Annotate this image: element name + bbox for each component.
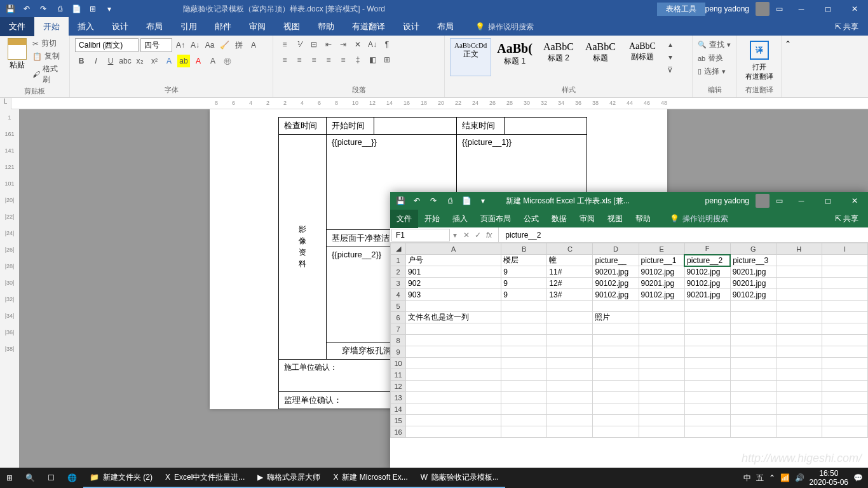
cell-I12[interactable] [822,381,867,392]
excel-avatar[interactable] [756,194,770,208]
cell-E3[interactable]: 90201.jpg [639,278,684,289]
ime-indicator2[interactable]: 五 [756,473,764,484]
network-icon[interactable]: 📶 [780,473,790,482]
cell-I16[interactable] [822,426,867,438]
cell-C10[interactable] [547,358,593,369]
cell-C16[interactable] [547,426,593,438]
cell[interactable] [505,118,587,135]
cell-F9[interactable] [684,346,730,358]
cell-C8[interactable] [547,335,593,346]
superscript-icon[interactable]: x² [148,55,161,67]
excel-tab-home[interactable]: 开始 [418,210,446,228]
col-header-F[interactable]: F [684,243,730,255]
row-header-14[interactable]: 14 [391,403,406,415]
underline-icon[interactable]: U [104,55,117,67]
cell-B12[interactable] [501,381,547,392]
cell-G13[interactable] [730,392,776,403]
taskbar-item-5[interactable]: XExcel中文件批量进... [159,468,251,488]
tab-table-design[interactable]: 设计 [394,17,428,36]
strike-icon[interactable]: abc [119,55,132,67]
row-header-5[interactable]: 5 [391,301,406,312]
cell-F10[interactable] [684,358,730,369]
find-button[interactable]: 🔍 查找 ▾ [698,38,731,51]
cell-B15[interactable] [501,415,547,426]
cell-H12[interactable] [776,381,822,392]
char-shading-icon[interactable]: A [207,55,219,67]
excel-tab-view[interactable]: 视图 [601,210,629,228]
cell-D12[interactable] [593,381,639,392]
cell-D6[interactable]: 照片 [593,312,639,323]
cell-C6[interactable] [547,312,593,323]
cell-H10[interactable] [776,358,822,369]
cell-B2[interactable]: 9 [501,266,547,278]
italic-icon[interactable]: I [90,55,102,67]
cell-D3[interactable]: 90102.jpg [593,278,639,289]
tab-help[interactable]: 帮助 [309,17,343,36]
cell-I11[interactable] [822,369,867,381]
row-header-16[interactable]: 16 [391,426,406,438]
excel-tab-formula[interactable]: 公式 [517,210,545,228]
row-header-6[interactable]: 6 [391,312,406,323]
cell-D16[interactable] [593,426,639,438]
cut-button[interactable]: ✂ 剪切 [32,38,64,49]
cell-A14[interactable] [406,403,501,415]
text-effects-icon[interactable]: A [163,55,175,67]
tab-references[interactable]: 引用 [172,17,206,36]
clock-date[interactable]: 2020-05-06 [810,478,848,487]
cell-E1[interactable]: picture__1 [639,255,684,266]
cell-H15[interactable] [776,415,822,426]
excel-qa-more-icon[interactable]: ▾ [478,196,488,206]
row-header-11[interactable]: 11 [391,369,406,381]
cell-A5[interactable] [406,301,501,312]
col-header-E[interactable]: E [639,243,684,255]
cell-H1[interactable] [776,255,822,266]
font-color-icon[interactable]: A [192,55,205,67]
style-subtitle[interactable]: AaBbC副标题 [622,38,663,76]
excel-qa-icon[interactable]: ⎙ [445,196,455,206]
excel-redo-icon[interactable]: ↷ [428,196,438,206]
subscript-icon[interactable]: x₂ [133,55,146,67]
fx-icon[interactable]: fx [486,231,492,240]
cell-G2[interactable]: 90201.jpg [730,266,776,278]
share-button[interactable]: ⇱ 共享 [835,22,868,32]
tray-icon[interactable]: ⌃ [769,473,775,482]
cell-D5[interactable] [593,301,639,312]
cell-check-time[interactable]: 检查时间 [279,118,327,135]
numbering-icon[interactable]: ⅟ [293,38,306,51]
excel-close-icon[interactable]: ✕ [841,192,868,210]
cell-A13[interactable] [406,392,501,403]
qa-icon3[interactable]: ⊞ [88,4,98,14]
cell-G4[interactable]: 90102.jpg [730,289,776,301]
tab-mailings[interactable]: 邮件 [206,17,240,36]
paste-button[interactable]: 粘贴 [5,38,30,85]
cell-D8[interactable] [593,335,639,346]
cell-C7[interactable] [547,323,593,335]
tell-me-search[interactable]: 💡 操作说明搜索 [475,22,534,32]
cell-E13[interactable] [639,392,684,403]
copy-button[interactable]: 📋 复制 [32,51,64,62]
tab-file[interactable]: 文件 [0,17,34,36]
collapse-ribbon-icon[interactable]: ⌃ [785,39,791,48]
char-border-icon[interactable]: A [247,39,260,51]
cell-E8[interactable] [639,335,684,346]
styles-scroll-down-icon[interactable]: ▾ [664,51,677,64]
cell-C15[interactable] [547,415,593,426]
cell-C13[interactable] [547,392,593,403]
excel-tab-file[interactable]: 文件 [390,210,418,228]
cell-start-time[interactable]: 开始时间 [327,118,374,135]
cell-A9[interactable] [406,346,501,358]
cell-D15[interactable] [593,415,639,426]
tab-table-layout[interactable]: 布局 [428,17,463,36]
cell-A16[interactable] [406,426,501,438]
excel-save-icon[interactable]: 💾 [395,196,405,206]
excel-maximize-icon[interactable]: ◻ [815,192,841,210]
cell-H4[interactable] [776,289,822,301]
cell-D9[interactable] [593,346,639,358]
font-size-combo[interactable]: 四号 [140,38,172,52]
font-name-combo[interactable]: Calibri (西文) [75,38,139,52]
cell-G5[interactable] [730,301,776,312]
row-header-3[interactable]: 3 [391,278,406,289]
cell-B1[interactable]: 楼层 [501,255,547,266]
cell-I9[interactable] [822,346,867,358]
qa-icon[interactable]: ⎙ [55,4,65,14]
